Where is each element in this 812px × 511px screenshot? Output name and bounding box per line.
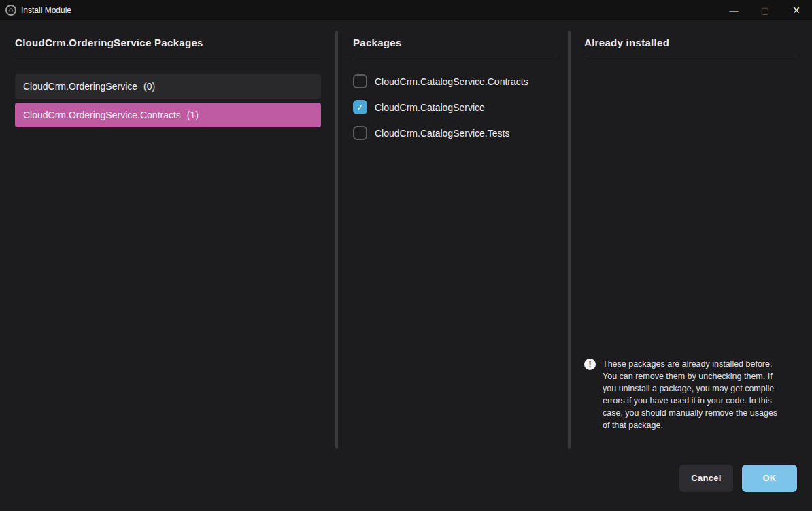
- install-module-window: Install Module — ▢ ✕ CloudCrm.OrderingSe…: [0, 0, 812, 511]
- heading-divider: [353, 59, 557, 59]
- titlebar: Install Module — ▢ ✕: [0, 0, 812, 20]
- package-row-catalogservice[interactable]: ✓ CloudCrm.CatalogService: [353, 100, 557, 114]
- modules-panel-heading: CloudCrm.OrderingService Packages: [15, 37, 321, 48]
- info-icon: !: [584, 359, 596, 370]
- checkbox-icon[interactable]: ✓: [353, 126, 367, 140]
- cancel-button[interactable]: Cancel: [679, 465, 733, 492]
- package-row-catalogservice-tests[interactable]: ✓ CloudCrm.CatalogService.Tests: [353, 126, 557, 140]
- checkbox-icon[interactable]: ✓: [353, 74, 367, 88]
- package-label: CloudCrm.CatalogService.Tests: [375, 128, 509, 139]
- module-item-count: (1): [187, 110, 199, 120]
- package-label: CloudCrm.CatalogService: [375, 102, 485, 113]
- module-item-count: (0): [143, 81, 155, 92]
- close-button[interactable]: ✕: [781, 0, 812, 20]
- window-controls: — ▢ ✕: [718, 0, 812, 20]
- modules-panel: CloudCrm.OrderingService Packages CloudC…: [0, 20, 335, 449]
- maximize-button[interactable]: ▢: [749, 0, 781, 20]
- installed-note: ! These packages are already installed b…: [584, 358, 797, 431]
- packages-panel: Packages ✓ CloudCrm.CatalogService.Contr…: [338, 20, 568, 449]
- package-label: CloudCrm.CatalogService.Contracts: [375, 76, 528, 87]
- installed-note-text: These packages are already installed bef…: [603, 358, 785, 431]
- module-item-label: CloudCrm.OrderingService: [23, 81, 137, 92]
- footer: Cancel OK: [0, 449, 812, 511]
- package-row-catalogservice-contracts[interactable]: ✓ CloudCrm.CatalogService.Contracts: [353, 74, 557, 88]
- minimize-button[interactable]: —: [718, 0, 749, 20]
- main-content: CloudCrm.OrderingService Packages CloudC…: [0, 20, 812, 449]
- module-item-orderingservice[interactable]: CloudCrm.OrderingService (0): [15, 74, 321, 99]
- packages-panel-heading: Packages: [353, 37, 557, 48]
- module-item-orderingservice-contracts[interactable]: CloudCrm.OrderingService.Contracts (1): [15, 103, 321, 127]
- heading-divider: [15, 59, 321, 59]
- heading-divider: [584, 59, 797, 59]
- app-icon: [5, 5, 16, 16]
- already-installed-panel: Already installed ! These packages are a…: [571, 20, 812, 449]
- checkbox-icon[interactable]: ✓: [353, 100, 367, 114]
- module-item-label: CloudCrm.OrderingService.Contracts: [23, 110, 181, 120]
- ok-button[interactable]: OK: [742, 465, 797, 492]
- already-installed-heading: Already installed: [584, 37, 797, 48]
- window-title: Install Module: [21, 5, 71, 15]
